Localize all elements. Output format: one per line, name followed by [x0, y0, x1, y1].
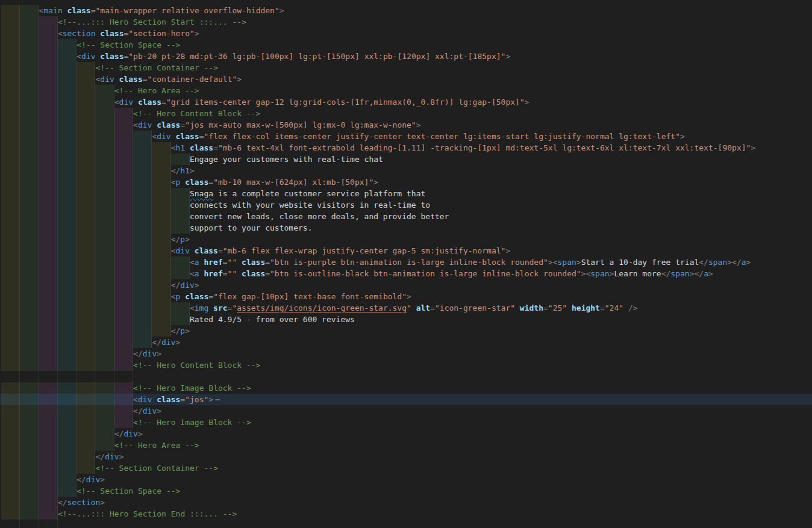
code-line[interactable]: <section class="section-hero">	[0, 28, 812, 39]
token-tag: a	[195, 258, 199, 267]
code-line[interactable]: <!-- Hero Content Block -->	[0, 108, 812, 119]
code-line[interactable]: <div class="mb-6 flex flex-wrap justify-…	[0, 245, 812, 256]
token-tag: div	[161, 338, 175, 347]
indent-rainbow-block	[114, 142, 133, 154]
token-punctuation: <	[58, 29, 63, 38]
code-line[interactable]: Rated 4.9/5 - from over 600 reviews	[0, 314, 812, 325]
token-punctuation: >	[576, 258, 581, 267]
code-line[interactable]: <!-- Hero Content Block -->	[0, 359, 812, 371]
blank-line[interactable]	[0, 371, 812, 382]
indent-rainbow-block	[20, 325, 39, 337]
code-line[interactable]: </div>	[0, 348, 812, 359]
code-line[interactable]: <!-- Section Container -->	[0, 62, 812, 73]
token-tag: h1	[176, 143, 186, 152]
code-line[interactable]: <div class="pb-20 pt-28 md:pt-36 lg:pb-[…	[0, 51, 812, 62]
code-line[interactable]: <!-- Hero Image Block -->	[0, 417, 812, 428]
indent-rainbow-block	[20, 85, 39, 96]
indent-rainbow-block	[77, 405, 95, 417]
code-line[interactable]: Snaga is a complete customer service pla…	[0, 188, 812, 199]
indent-rainbow-block	[95, 394, 114, 405]
code-line[interactable]: </div>	[0, 337, 812, 348]
indent-rainbow-block	[171, 154, 190, 165]
code-line[interactable]: <!-- Section Container -->	[0, 462, 812, 474]
indent-rainbow-block	[20, 108, 39, 119]
code-line[interactable]: <a href="" class="btn is-purple btn-anim…	[0, 256, 812, 268]
code-area[interactable]: <main class="main-wrapper relative overf…	[0, 0, 812, 528]
indent-rainbow-block	[1, 119, 20, 131]
current-line[interactable]: <div class="jos">⋯	[0, 394, 812, 405]
indent-rainbow-block	[20, 497, 39, 508]
indent-rainbow-block	[39, 245, 58, 256]
token-punctuation: <	[190, 303, 195, 312]
indent-rainbow-block	[77, 451, 95, 462]
indent-rainbow-block	[58, 245, 77, 256]
code-line[interactable]: </section>	[0, 497, 812, 508]
token-attribute-name: class	[237, 269, 265, 278]
token-punctuation: >	[138, 429, 143, 438]
code-line[interactable]: <div class="container-default">	[0, 73, 812, 85]
code-line[interactable]: <div class="jos mx-auto max-w-[500px] lg…	[0, 119, 812, 131]
code-line[interactable]: Engage your customers with real-time cha…	[0, 154, 812, 165]
indent-rainbow-block	[1, 222, 20, 234]
code-line[interactable]: </p>	[0, 234, 812, 245]
blank-line[interactable]	[0, 520, 812, 528]
indent-rainbow-block	[77, 279, 95, 291]
indent-rainbow-block	[171, 199, 190, 211]
code-line[interactable]: <!-- Hero Area -->	[0, 439, 812, 451]
token-tag: span	[708, 258, 727, 267]
code-line[interactable]: </div>	[0, 474, 812, 485]
indent-rainbow-block	[1, 325, 20, 337]
indent-rainbow-block	[20, 314, 39, 325]
token-punctuation: >	[190, 166, 195, 175]
indent-guide	[95, 371, 114, 382]
code-line[interactable]: <p class="flex gap-[10px] text-base font…	[0, 291, 812, 302]
code-line[interactable]: <div class="grid items-center gap-12 lg:…	[0, 96, 812, 108]
code-line[interactable]: <img src="assets/img/icons/icon-green-st…	[0, 302, 812, 314]
indent-rainbow-block	[152, 234, 170, 245]
token-tag: div	[100, 75, 114, 84]
indent-rainbow-block	[95, 439, 114, 451]
token-punctuation: </	[114, 429, 124, 438]
code-line[interactable]: connects with your website visitors in r…	[0, 199, 812, 211]
token-link-path[interactable]: assets/img/icons/icon-green-star.svg	[237, 303, 407, 312]
indent-rainbow-block	[1, 16, 20, 28]
code-line[interactable]: </div>	[0, 405, 812, 417]
indent-rainbow-block	[58, 382, 77, 394]
code-line[interactable]: support to your customers.	[0, 222, 812, 234]
token-string: "mb-6 flex flex-wrap justify-center gap-…	[223, 246, 506, 255]
code-line[interactable]: </h1>	[0, 165, 812, 176]
code-line[interactable]: <a href="" class="btn is-outline-black b…	[0, 268, 812, 279]
indent-rainbow-block	[58, 439, 77, 451]
folded-code-ellipsis-icon[interactable]: ⋯	[215, 395, 220, 404]
code-line[interactable]: <p class="mb-10 max-w-[624px] xl:mb-[50p…	[0, 176, 812, 188]
token-tag: div	[176, 246, 190, 255]
indent-rainbow-block	[58, 62, 77, 73]
indent-rainbow-block	[39, 28, 58, 39]
indent-rainbow-block	[39, 199, 58, 211]
code-line[interactable]: <main class="main-wrapper relative overf…	[0, 5, 812, 16]
code-line[interactable]: convert new leads, close more deals, and…	[0, 211, 812, 222]
code-line[interactable]: </div>	[0, 279, 812, 291]
token-text: connects with your website visitors in r…	[190, 200, 430, 210]
indent-rainbow-block	[133, 325, 152, 337]
token-string: "flex gap-[10px] text-base font-semibold…	[213, 292, 407, 301]
code-line[interactable]: <!-- Hero Area -->	[0, 85, 812, 96]
code-line[interactable]: <h1 class="mb-6 text-4xl font-extrabold …	[0, 142, 812, 154]
indent-rainbow-block	[58, 314, 77, 325]
code-line[interactable]: <!--...::: Hero Section Start :::... -->	[0, 16, 812, 28]
token-tag: div	[143, 406, 157, 415]
indent-rainbow-block	[133, 268, 152, 279]
indent-rainbow-block	[20, 73, 39, 85]
code-line[interactable]: <!-- Hero Image Block -->	[0, 382, 812, 394]
indent-rainbow-block	[95, 222, 114, 234]
code-line[interactable]: <!--...::: Hero Section End :::... -->	[0, 508, 812, 520]
token-tag: div	[138, 120, 152, 129]
token-text: Engage your customers with real-time cha…	[190, 155, 383, 164]
indent-rainbow-block	[1, 302, 20, 314]
code-line[interactable]: </div>	[0, 451, 812, 462]
code-line[interactable]: <!-- Section Space -->	[0, 39, 812, 51]
code-line[interactable]: <!-- Section Space -->	[0, 485, 812, 497]
code-line[interactable]: <div class="flex flex-col items-center j…	[0, 131, 812, 142]
code-line[interactable]: </p>	[0, 325, 812, 337]
code-line[interactable]: </div>	[0, 428, 812, 439]
